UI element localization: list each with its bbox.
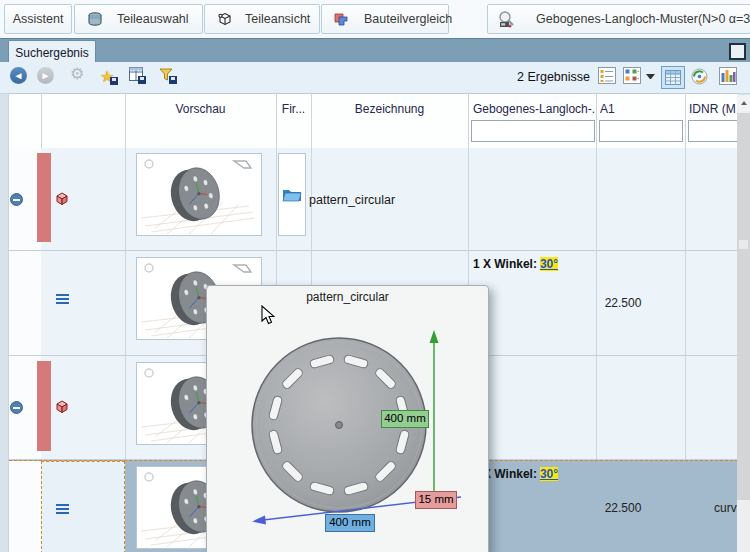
column-header-a1[interactable]: A1 <box>600 102 680 116</box>
row-menu-icon[interactable] <box>56 294 69 305</box>
search-part-icon <box>497 10 517 32</box>
parameter-text: 1 X Winkel:30° <box>473 257 558 271</box>
tile-view-icon <box>623 67 641 84</box>
top-tab-bar: Assistent Teileauswahl Teileansicht <box>0 0 750 38</box>
column-header-bezeichnung[interactable]: Bezeichnung <box>311 102 468 116</box>
mouse-cursor <box>261 305 275 329</box>
a1-value: 22.500 <box>598 501 648 515</box>
group-name: pattern_circular <box>309 193 395 207</box>
part-cube-icon <box>54 191 70 210</box>
maximize-icon[interactable] <box>729 43 746 60</box>
stack-icon <box>87 11 103 30</box>
dimension-height-label: 400 mm <box>381 410 429 428</box>
focused-cell[interactable] <box>41 461 125 552</box>
vertical-scrollbar[interactable] <box>737 95 750 552</box>
list-view-button[interactable] <box>598 67 618 87</box>
tab-assistent[interactable]: Assistent <box>4 4 72 34</box>
folder-cell[interactable] <box>278 153 306 236</box>
row-expand-cell <box>9 461 41 552</box>
sync-button[interactable] <box>690 67 710 87</box>
gear-icon: ⚙ <box>70 65 84 82</box>
row-menu-icon[interactable] <box>56 504 69 515</box>
filter-a1-input[interactable] <box>599 120 683 142</box>
results-count: 2 Ergebnisse <box>505 70 590 84</box>
parameter-label: 1 X Winkel: <box>473 257 537 271</box>
save-table-button[interactable] <box>129 67 149 87</box>
settings-button[interactable]: ⚙ <box>70 64 90 84</box>
dimension-width-label: 400 mm <box>325 514 375 532</box>
floppy-icon <box>110 77 118 85</box>
folder-icon <box>282 187 302 202</box>
document-tab-strip: Suchergebnis <box>0 38 750 63</box>
tab-teileauswahl[interactable]: Teileauswahl <box>74 4 203 34</box>
row-expand-cell <box>9 251 41 355</box>
column-header-idnr[interactable]: IDNR (M <box>689 102 738 116</box>
filter-pattern-input[interactable] <box>471 120 595 142</box>
forward-icon: ► <box>37 67 54 84</box>
tab-bauteilvergleich-label: Bauteilvergleich <box>364 12 452 26</box>
idnr-value: curved <box>714 501 738 515</box>
collapse-icon[interactable] <box>10 401 23 414</box>
list-view-icon <box>598 67 616 84</box>
part-cube-icon <box>54 399 70 418</box>
back-button[interactable]: ◄ <box>10 67 30 87</box>
tab-teileauswahl-label: Teileauswahl <box>117 12 189 26</box>
collapse-icon[interactable] <box>10 193 23 206</box>
table-row-group-1[interactable]: pattern_circular <box>9 148 738 251</box>
tile-view-button[interactable] <box>623 67 643 87</box>
view-dropdown-arrow-icon[interactable] <box>646 74 655 80</box>
scrollbar-thumb[interactable] <box>737 113 750 500</box>
floppy-icon <box>169 76 177 84</box>
tab-assistent-label: Assistent <box>13 12 64 26</box>
part-preview-thumbnail[interactable] <box>136 153 262 236</box>
part-preview-popup: pattern_circular <box>206 285 489 552</box>
column-header-pattern[interactable]: Gebogenes-Langloch-... <box>473 102 595 116</box>
save-filter-button[interactable] <box>159 67 179 87</box>
scroll-up-icon[interactable] <box>737 95 750 111</box>
tab-suchergebnis-label: Suchergebnis <box>15 46 88 60</box>
sync-icon <box>690 67 709 86</box>
grid-view-icon <box>665 70 681 85</box>
tab-teileansicht-label: Teileansicht <box>245 12 310 26</box>
filter-idnr-input[interactable] <box>688 120 738 142</box>
scrollbar-grip <box>739 240 748 249</box>
tab-pattern-search-label: Gebogenes-Langloch-Muster(N>0 α=30) <box>536 12 750 26</box>
app-window: Assistent Teileauswahl Teileansicht <box>0 0 750 552</box>
parameter-value-highlight[interactable]: 30° <box>540 467 558 481</box>
back-icon: ◄ <box>10 67 27 84</box>
grid-view-button[interactable] <box>661 66 685 89</box>
column-header-firma[interactable]: Fir... <box>276 102 311 116</box>
column-header-vorschau[interactable]: Vorschau <box>125 102 276 116</box>
forward-button[interactable]: ► <box>37 67 57 87</box>
dimension-thickness-label: 15 mm <box>415 491 457 509</box>
toolbar: ◄ ► ⚙ ★ 2 Ergebnisse <box>0 62 750 94</box>
tab-suchergebnis[interactable]: Suchergebnis <box>8 40 96 64</box>
tab-teileansicht[interactable]: Teileansicht <box>204 4 320 34</box>
status-bar-red <box>37 153 51 242</box>
cube-icon <box>217 11 233 30</box>
columns-button[interactable] <box>719 67 739 87</box>
popup-3d-view[interactable] <box>207 286 488 552</box>
a1-value: 22.500 <box>598 296 648 310</box>
tab-pattern-search[interactable]: Gebogenes-Langloch-Muster(N>0 α=30) <box>487 4 750 34</box>
table-header: Vorschau Fir... Bezeichnung Gebogenes-La… <box>8 93 738 149</box>
save-favorite-button[interactable]: ★ <box>100 67 120 87</box>
floppy-icon <box>138 76 146 84</box>
parameter-value-highlight[interactable]: 30° <box>540 257 558 271</box>
status-bar-red <box>37 361 51 451</box>
columns-icon <box>719 67 737 85</box>
compare-parts-icon <box>333 11 349 30</box>
tab-bauteilvergleich[interactable]: Bauteilvergleich <box>321 4 449 34</box>
